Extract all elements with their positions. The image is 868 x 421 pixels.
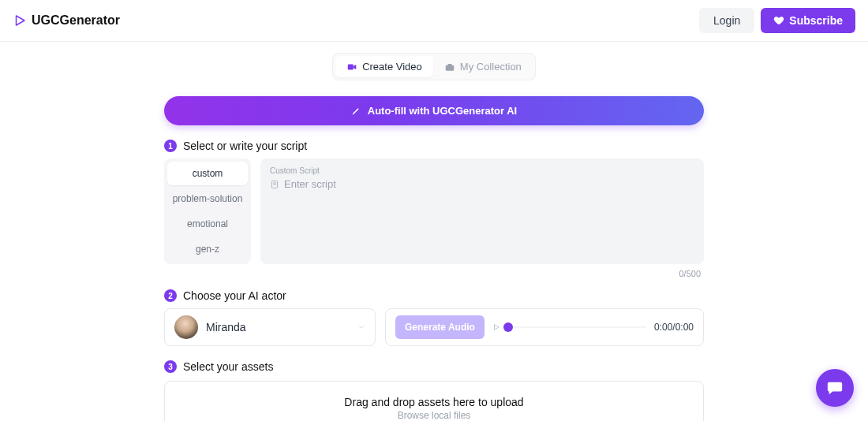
step-badge-3: 3: [164, 360, 177, 373]
tab-group: Create Video My Collection: [332, 53, 536, 80]
svg-rect-0: [348, 64, 354, 69]
pencil-icon: [351, 106, 361, 116]
autofill-button[interactable]: Auto-fill with UGCGenerator AI: [164, 96, 704, 125]
camera-icon: [346, 61, 357, 73]
login-button[interactable]: Login: [699, 8, 754, 33]
chat-widget-button[interactable]: [816, 369, 854, 407]
audio-time: 0:00/0:00: [654, 322, 694, 333]
script-textarea[interactable]: Custom Script Enter script 0/500: [260, 158, 704, 264]
svg-rect-2: [447, 63, 451, 65]
script-type-custom[interactable]: custom: [167, 162, 248, 185]
step1-header: 1 Select or write your script: [164, 140, 704, 152]
subscribe-button[interactable]: Subscribe: [761, 8, 855, 33]
script-type-emotional[interactable]: emotional: [167, 212, 248, 236]
chat-icon: [826, 379, 844, 397]
script-type-problem-solution[interactable]: problem-solution: [167, 187, 248, 210]
actor-name: Miranda: [206, 321, 350, 333]
header-actions: Login Subscribe: [699, 8, 855, 33]
tab-create-video-label: Create Video: [362, 61, 422, 73]
autofill-label: Auto-fill with UGCGenerator AI: [368, 105, 517, 117]
char-count: 0/500: [679, 269, 701, 278]
brand-logo[interactable]: UGCGenerator: [13, 13, 120, 28]
step3-header: 3 Select your assets: [164, 360, 704, 373]
actor-select[interactable]: Miranda: [164, 308, 376, 346]
audio-thumb[interactable]: [503, 322, 513, 332]
script-type-list: custom problem-solution emotional gen-z: [164, 158, 251, 264]
script-placeholder-row: Enter script: [270, 178, 694, 190]
main-content: Auto-fill with UGCGenerator AI 1 Select …: [164, 96, 704, 421]
step2-header: 2 Choose your AI actor: [164, 289, 704, 302]
generate-audio-button[interactable]: Generate Audio: [395, 315, 485, 339]
header-bar: UGCGenerator Login Subscribe: [0, 0, 868, 42]
step-badge-2: 2: [164, 289, 177, 302]
chevron-down-icon: [357, 323, 365, 331]
assets-browse-link[interactable]: Browse local files: [179, 410, 689, 421]
play-icon[interactable]: [492, 323, 500, 331]
step-badge-1: 1: [164, 140, 177, 152]
document-icon: [270, 180, 279, 189]
svg-rect-1: [446, 65, 455, 70]
avatar: [174, 315, 198, 339]
tab-create-video[interactable]: Create Video: [335, 56, 433, 77]
assets-dropzone[interactable]: Drag and drop assets here to upload Brow…: [164, 381, 704, 421]
play-triangle-icon: [13, 13, 27, 28]
brand-name: UGCGenerator: [32, 13, 120, 28]
step1-title: Select or write your script: [183, 140, 307, 152]
step2-title: Choose your AI actor: [183, 289, 286, 302]
script-type-gen-z[interactable]: gen-z: [167, 237, 248, 261]
tab-my-collection-label: My Collection: [460, 61, 522, 73]
tabs-row: Create Video My Collection: [0, 53, 868, 80]
audio-panel: Generate Audio 0:00/0:00: [385, 308, 704, 346]
tab-my-collection[interactable]: My Collection: [433, 56, 533, 77]
step1-body: custom problem-solution emotional gen-z …: [164, 158, 704, 264]
assets-drop-text: Drag and drop assets here to upload: [179, 396, 689, 408]
svg-marker-6: [494, 325, 499, 330]
script-box-label: Custom Script: [270, 166, 694, 175]
audio-track[interactable]: [508, 326, 646, 328]
subscribe-label: Subscribe: [789, 14, 843, 27]
heart-icon: [773, 15, 784, 26]
step2-body: Miranda Generate Audio 0:00/0:00: [164, 308, 704, 346]
step3-title: Select your assets: [183, 360, 273, 373]
briefcase-icon: [444, 61, 455, 73]
script-placeholder-text: Enter script: [284, 178, 336, 190]
